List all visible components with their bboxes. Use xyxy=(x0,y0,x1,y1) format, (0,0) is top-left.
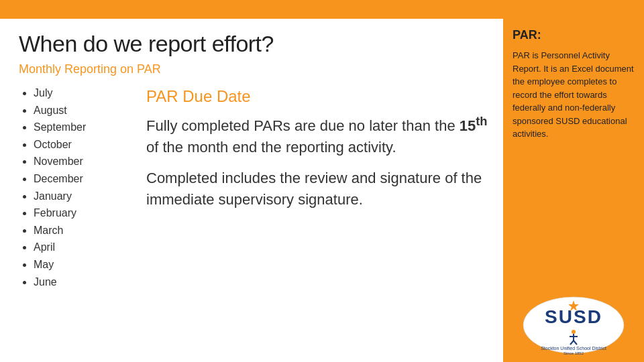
svg-text:Stockton Unified School Distri: Stockton Unified School District xyxy=(541,346,606,351)
main-content: When do we report effort? Monthly Report… xyxy=(0,19,644,362)
list-item: February xyxy=(34,204,126,222)
right-sidebar: PAR: PAR is Personnel Activity Report. I… xyxy=(503,19,644,362)
monthly-heading: Monthly Reporting on PAR xyxy=(19,62,490,76)
list-item: July xyxy=(34,84,126,102)
logo-area: SUSD Stockton Unified School District Si… xyxy=(513,295,635,355)
par-due-section: PAR Due Date Fully completed PARs are du… xyxy=(146,84,490,290)
susd-logo: SUSD Stockton Unified School District Si… xyxy=(520,295,627,355)
list-item: April xyxy=(34,239,126,256)
list-item: May xyxy=(34,256,126,274)
par-completed-text: Completed includes the review and signat… xyxy=(146,168,490,210)
svg-text:Since 1852: Since 1852 xyxy=(564,351,584,355)
par-due-text: Fully completed PARs are due no later th… xyxy=(146,113,490,158)
list-item: January xyxy=(34,188,126,205)
list-item: December xyxy=(34,170,126,188)
left-middle: July August September October November D… xyxy=(19,84,490,290)
svg-point-3 xyxy=(572,330,576,334)
list-item: September xyxy=(34,119,126,136)
par-sidebar-label: PAR: xyxy=(513,28,635,42)
par-due-title: PAR Due Date xyxy=(146,87,490,106)
top-bar xyxy=(0,0,644,19)
list-item: August xyxy=(34,102,126,119)
svg-text:SUSD: SUSD xyxy=(545,306,602,327)
list-item: October xyxy=(34,136,126,154)
left-section: When do we report effort? Monthly Report… xyxy=(0,19,503,362)
list-item: March xyxy=(34,222,126,239)
par-sidebar-description: PAR is Personnel Activity Report. It is … xyxy=(513,49,635,288)
months-list: July August September October November D… xyxy=(19,84,126,290)
list-item: November xyxy=(34,153,126,170)
bold-15th: 15th xyxy=(460,117,488,134)
page-title: When do we report effort? xyxy=(19,31,490,57)
list-item: June xyxy=(34,274,126,291)
